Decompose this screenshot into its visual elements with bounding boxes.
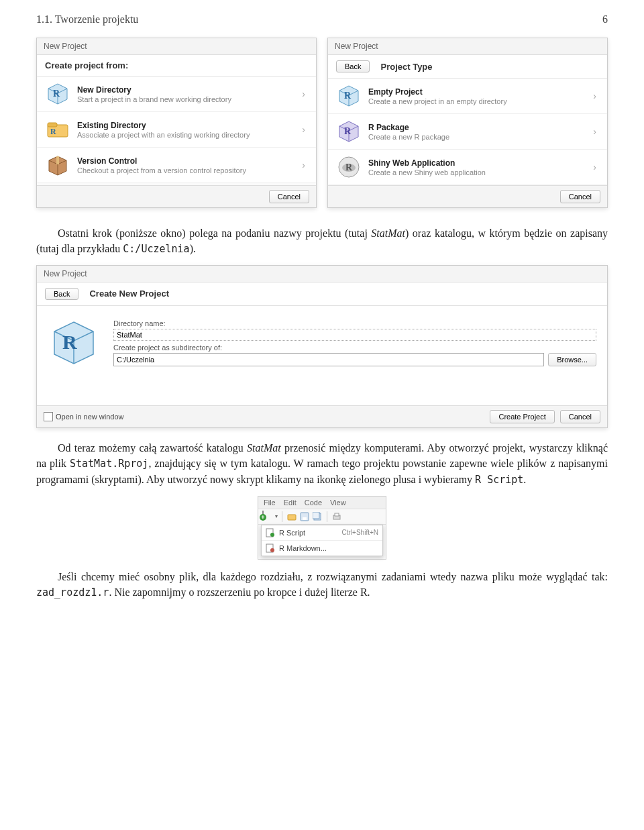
print-icon[interactable] (331, 511, 342, 522)
paragraph: Ostatni krok (poniższe okno) polega na p… (36, 225, 608, 257)
option-empty-project[interactable]: R Empty Project Create a new project in … (328, 79, 607, 114)
directory-name-label: Directory name: (113, 319, 596, 327)
window-title: New Project (37, 266, 607, 282)
option-shiny-app[interactable]: R Shiny Web Application Create a new Shi… (328, 150, 607, 185)
path-text: C:/Uczelnia (123, 243, 189, 255)
svg-rect-23 (303, 517, 307, 520)
menu-view[interactable]: View (330, 499, 346, 507)
paragraph: Jeśli chcemy mieć osobny plik, dla każde… (36, 569, 608, 601)
svg-text:R: R (344, 126, 352, 136)
open-icon[interactable] (286, 511, 297, 522)
dialog-heading: Create New Project (89, 289, 169, 299)
paragraph: Od teraz możemy całą zawartość katalogu … (36, 440, 608, 488)
cancel-button[interactable]: Cancel (560, 410, 600, 423)
separator (282, 511, 282, 522)
r-script-icon (266, 528, 275, 537)
subdirectory-input[interactable] (113, 353, 544, 366)
svg-point-31 (270, 548, 274, 552)
option-sub: Create a new R package (368, 133, 584, 141)
option-title: Existing Directory (77, 121, 292, 130)
folder-r-icon: R (45, 117, 70, 142)
chevron-right-icon: › (299, 89, 308, 99)
shortcut-text: Ctrl+Shift+N (342, 529, 378, 536)
checkbox-icon (44, 412, 53, 421)
svg-text:R: R (344, 91, 352, 101)
option-sub: Associate a project with an existing wor… (77, 131, 292, 139)
menu-code[interactable]: Code (305, 499, 322, 507)
window-title: New Project (328, 38, 607, 55)
r-cube-icon: R (48, 317, 100, 369)
menu-item-r-markdown[interactable]: R Markdown... (262, 540, 382, 556)
dialog-heading: Project Type (380, 62, 432, 72)
option-r-package[interactable]: R R Package Create a new R package › (328, 114, 607, 150)
menu-file[interactable]: File (264, 499, 276, 507)
svg-text:R: R (53, 89, 60, 99)
option-sub: Checkout a project from a version contro… (77, 166, 292, 174)
r-markdown-icon (266, 543, 275, 553)
svg-rect-27 (335, 513, 339, 516)
chevron-right-icon: › (590, 126, 599, 137)
option-sub: Create a new Shiny web application (368, 168, 584, 176)
option-version-control[interactable]: Version Control Checkout a project from … (37, 148, 316, 183)
svg-text:R: R (345, 162, 353, 172)
chevron-right-icon: › (590, 91, 599, 101)
svg-text:R: R (62, 331, 77, 353)
window-title: New Project (37, 38, 316, 55)
project-name-text: StatMat (247, 442, 281, 454)
option-existing-directory[interactable]: R Existing Directory Associate a project… (37, 112, 316, 148)
filename-text: StatMat.Rproj (70, 458, 148, 470)
option-title: Version Control (77, 156, 292, 166)
option-title: New Directory (77, 85, 292, 95)
separator (327, 511, 327, 522)
back-button[interactable]: Back (45, 288, 78, 300)
chevron-right-icon: › (590, 162, 599, 172)
chevron-right-icon: › (299, 160, 308, 170)
directory-name-input[interactable] (113, 329, 596, 341)
filename-text: zad_rozdz1.r (36, 586, 109, 599)
subdirectory-label: Create project as subdirectory of: (113, 344, 596, 352)
new-project-dialog-type: New Project Back Project Type R Empty Pr… (327, 38, 608, 208)
cancel-button[interactable]: Cancel (560, 190, 600, 203)
menu-item-r-script[interactable]: R Script Ctrl+Shift+N (262, 525, 382, 540)
chevron-right-icon: › (299, 124, 308, 135)
new-file-plus-icon[interactable]: + (262, 511, 274, 522)
svg-rect-8 (56, 156, 59, 164)
menu-item-text: R Script (475, 474, 523, 486)
r-package-icon: R (336, 119, 362, 144)
save-icon[interactable] (299, 511, 310, 522)
option-sub: Create a new project in an empty directo… (368, 97, 584, 105)
page-number: 6 (602, 13, 608, 25)
option-title: R Package (368, 123, 584, 132)
browse-button[interactable]: Browse... (548, 353, 596, 366)
project-name-text: StatMat (371, 227, 405, 239)
dialog-heading: Create project from: (45, 60, 128, 70)
open-new-window-checkbox[interactable]: Open in new window (44, 412, 124, 421)
option-title: Empty Project (368, 87, 584, 97)
shiny-r-icon: R (336, 154, 362, 180)
menu-edit[interactable]: Edit (284, 499, 297, 507)
svg-rect-25 (313, 512, 319, 519)
svg-point-29 (270, 533, 274, 537)
option-title: Shiny Web Application (368, 158, 584, 168)
new-project-dialog-from: New Project Create project from: R New D… (36, 38, 317, 208)
create-new-project-dialog: New Project Back Create New Project R Di… (36, 265, 608, 428)
back-button[interactable]: Back (336, 60, 370, 72)
svg-rect-21 (288, 515, 296, 520)
package-icon (45, 152, 70, 178)
option-new-directory[interactable]: R New Directory Start a project in a bra… (37, 76, 316, 112)
svg-text:R: R (50, 127, 56, 136)
dropdown-triangle-icon: ▾ (275, 513, 278, 519)
save-all-icon[interactable] (312, 511, 323, 522)
r-cube-icon: R (336, 83, 362, 109)
cancel-button[interactable]: Cancel (269, 190, 309, 203)
section-header: 1.1. Tworzenie projektu (36, 13, 138, 25)
rstudio-menu-screenshot: File Edit Code View + ▾ (258, 496, 386, 560)
create-project-button[interactable]: Create Project (490, 410, 554, 423)
r-cube-icon: R (45, 81, 70, 107)
option-sub: Start a project in a brand new working d… (77, 95, 292, 103)
